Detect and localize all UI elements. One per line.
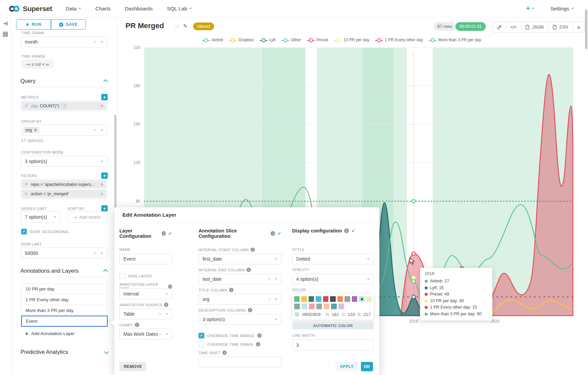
annotation-layer-item[interactable]: 10 PR per day	[21, 283, 108, 294]
annotation-layer-item[interactable]: 1 PR Every other day	[21, 294, 108, 305]
series-limit-select[interactable]: 7 option(s)	[21, 211, 60, 223]
add-filter-plus-button[interactable]: +	[101, 172, 108, 179]
sort-descending-checkbox[interactable]: ✓	[21, 229, 27, 234]
info-icon[interactable]: i	[164, 303, 168, 307]
annotation-source-select[interactable]: Table ✕	[119, 309, 172, 319]
clear-icon[interactable]: ✕	[268, 297, 271, 302]
remove-button[interactable]: REMOVE	[119, 362, 146, 371]
info-icon[interactable]: i	[271, 231, 275, 236]
expand-filter-icon[interactable]: >	[99, 182, 104, 187]
save-button[interactable]: + SAVE	[51, 20, 86, 29]
query-section-header[interactable]: Query	[20, 78, 108, 84]
filter-pill[interactable]: ✕ action = 'pr_merged' >	[22, 190, 106, 198]
info-icon[interactable]: i	[229, 288, 233, 292]
interval-end-select[interactable]: last_date ✕	[199, 274, 281, 284]
superset-logo[interactable]: Superset	[9, 5, 52, 13]
info-icon[interactable]: i	[168, 284, 172, 289]
nav-menu-sqllab[interactable]: SQL Lab	[167, 6, 192, 12]
contribution-mode-select[interactable]: 3 option(s)	[21, 156, 107, 167]
ok-button[interactable]: OK	[361, 362, 373, 371]
group-by-select[interactable]: org✕ ✕	[21, 124, 107, 136]
clear-icon[interactable]: ✕	[94, 40, 97, 44]
remove-filter-icon[interactable]: ✕	[24, 192, 29, 196]
time-shift-input[interactable]	[199, 357, 281, 367]
color-swatch[interactable]	[302, 304, 307, 309]
sidebar-scrollbar[interactable]	[114, 115, 116, 210]
clear-icon[interactable]: ✕	[159, 312, 162, 316]
info-icon[interactable]: i	[222, 351, 227, 355]
info-icon[interactable]: i	[247, 268, 251, 272]
color-swatch[interactable]	[316, 304, 322, 309]
override-time-grain-checkbox[interactable]	[199, 341, 204, 347]
settings-menu[interactable]: Settings	[550, 6, 574, 12]
export-json-button[interactable]: .JSON	[521, 22, 548, 32]
interval-start-select[interactable]: first_date	[199, 254, 281, 264]
color-swatch[interactable]	[344, 296, 350, 302]
metric-pill[interactable]: ✕ ƒ(x) COUNT(*) ? >	[22, 102, 106, 110]
color-swatch[interactable]	[352, 296, 357, 302]
nav-menu-dashboards[interactable]: Dashboards	[125, 6, 153, 12]
info-icon[interactable]: i	[256, 342, 260, 346]
color-swatch[interactable]	[309, 304, 315, 309]
color-swatch[interactable]	[324, 304, 329, 309]
color-swatch[interactable]	[316, 296, 321, 302]
color-swatch[interactable]	[337, 296, 343, 302]
opacity-select[interactable]: 4 option(s)	[292, 274, 374, 284]
remove-metric-icon[interactable]: ✕	[24, 104, 29, 108]
favorite-star-icon[interactable]: ☆	[174, 23, 179, 30]
annotation-layer-item[interactable]: More than 3 PR per day	[21, 305, 108, 316]
sort-by-add-metric[interactable]: +Add metric	[67, 211, 108, 223]
expand-filter-icon[interactable]: >	[99, 192, 104, 196]
info-icon[interactable]: i	[257, 333, 262, 338]
add-annotation-layer-button[interactable]: + Add Annotation Layer	[21, 328, 108, 339]
color-swatch[interactable]	[323, 296, 328, 302]
chart-select[interactable]: Max Work Dates ✕	[119, 329, 172, 339]
info-icon[interactable]: i	[162, 231, 166, 236]
title-column-select[interactable]: org ✕	[199, 294, 281, 305]
add-metric-plus-button[interactable]: +	[101, 94, 108, 100]
add-sort-metric-plus-button[interactable]: +	[101, 205, 108, 212]
info-icon[interactable]: i	[251, 248, 255, 252]
color-swatch[interactable]	[301, 296, 307, 302]
info-icon[interactable]: i	[248, 308, 252, 312]
color-swatch[interactable]	[294, 304, 300, 309]
export-csv-button[interactable]: .CSV	[548, 22, 573, 32]
hide-layer-checkbox[interactable]	[119, 273, 125, 279]
color-swatch[interactable]	[366, 296, 372, 302]
clear-icon[interactable]: ✕	[268, 277, 271, 281]
automatic-color-button[interactable]: AUTOMATIC COLOR	[292, 322, 374, 329]
expand-metric-icon[interactable]: >	[99, 104, 104, 108]
info-icon[interactable]: i	[344, 228, 349, 233]
page-scrollbar[interactable]	[585, 9, 587, 49]
annotations-section-header[interactable]: Annotations and Layers	[20, 268, 108, 274]
line-width-input[interactable]	[292, 339, 374, 351]
nav-menu-data[interactable]: Data	[65, 6, 81, 12]
color-swatch[interactable]	[294, 296, 300, 302]
dataset-grid-icon[interactable]	[3, 32, 8, 38]
embed-code-button[interactable]: </>	[506, 22, 521, 32]
remove-tag-icon[interactable]: ✕	[34, 128, 37, 132]
color-swatch-selected[interactable]	[359, 296, 364, 302]
annotation-layer-type-select[interactable]: Interval	[119, 288, 172, 299]
info-icon[interactable]: i	[135, 323, 139, 327]
row-limit-select[interactable]: 50000 ✕	[21, 248, 107, 259]
color-swatch[interactable]	[330, 296, 335, 302]
run-button[interactable]: RUN	[16, 20, 51, 29]
add-new-button[interactable]: +	[526, 5, 534, 12]
clear-icon[interactable]: ✕	[94, 251, 97, 255]
edit-title-icon[interactable]: ✎	[183, 23, 188, 29]
expand-panel-icon[interactable]	[3, 21, 8, 28]
color-swatch[interactable]	[338, 304, 344, 309]
predictive-analytics-section-header[interactable]: Predictive Analytics	[20, 349, 108, 355]
clear-icon[interactable]: ✕	[159, 332, 162, 336]
time-grain-select[interactable]: month ✕	[21, 36, 107, 47]
color-swatch[interactable]	[309, 296, 314, 302]
clear-icon[interactable]: ✕	[94, 128, 97, 132]
nav-menu-charts[interactable]: Charts	[95, 6, 111, 12]
filter-pill[interactable]: ✕ repo = 'apache/incubator-supers... >	[22, 180, 106, 189]
remove-filter-icon[interactable]: ✕	[24, 182, 29, 186]
time-range-pill[interactable]: -∞ ≤ col < ∞	[21, 60, 54, 68]
color-swatch[interactable]	[331, 304, 337, 309]
name-input[interactable]	[119, 254, 172, 264]
annotation-layer-item-selected[interactable]: Event	[21, 316, 108, 327]
